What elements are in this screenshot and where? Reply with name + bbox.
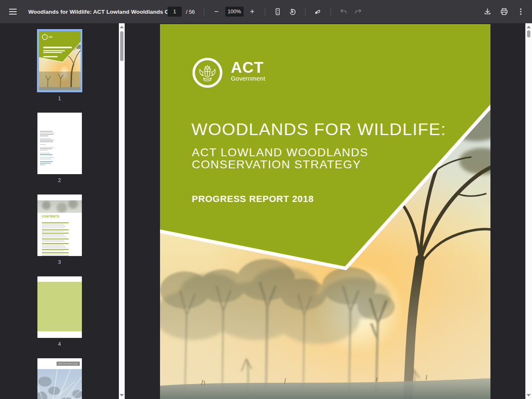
- background-page-photo: [37, 369, 82, 399]
- page-label: 3: [58, 259, 61, 265]
- thumbnail-item-4: 4: [37, 276, 82, 347]
- thumbnail-item-1: ACT 1: [37, 29, 82, 101]
- annotate-pen-icon[interactable]: [312, 5, 324, 18]
- thumbnail-page-1[interactable]: ACT: [37, 29, 82, 92]
- download-icon[interactable]: [481, 5, 494, 18]
- more-menu-icon[interactable]: [515, 5, 527, 18]
- sidebar-scrollbar[interactable]: [119, 23, 125, 399]
- text-lines: [40, 131, 57, 166]
- main-scrollbar[interactable]: [525, 23, 532, 399]
- cover-subtitle: ACT LOWLAND WOODLANDS CONSERVATION STRAT…: [192, 146, 369, 170]
- scroll-up-icon[interactable]: [120, 26, 124, 28]
- act-crest-icon: [192, 57, 223, 88]
- scroll-up-icon[interactable]: [527, 26, 531, 28]
- scroll-down-icon[interactable]: [527, 394, 531, 397]
- logo-subtext: Government: [231, 75, 266, 82]
- divider: [305, 7, 305, 16]
- pdf-toolbar: Woodlands for Wildlife: ACT Lowland Wool…: [0, 0, 532, 23]
- contents-banner-photo: [37, 200, 82, 213]
- scroll-down-icon[interactable]: [120, 394, 124, 397]
- thumbnail-item-5: BACKGROUND: [37, 358, 82, 399]
- divider: [265, 7, 265, 16]
- cover-page: ACT Government WOODLANDS FOR WILDLIFE: A…: [160, 24, 490, 399]
- cover-title: WOODLANDS FOR WILDLIFE:: [192, 120, 446, 139]
- page-total: / 56: [186, 9, 195, 15]
- divider: [330, 7, 331, 16]
- thumbnail-item-3: CONTENTS 3: [37, 195, 82, 265]
- thumbnail-item-2: 2: [37, 113, 82, 183]
- act-government-logo: ACT Government: [192, 57, 266, 88]
- fit-to-page-icon[interactable]: [271, 5, 284, 18]
- document-viewer: ACT Government WOODLANDS FOR WILDLIFE: A…: [125, 23, 525, 399]
- zoom-level: 100%: [225, 7, 244, 17]
- cover-thumbnail-art: ACT: [39, 31, 81, 90]
- thumbnail-page-5[interactable]: BACKGROUND: [37, 358, 82, 399]
- menu-icon[interactable]: [7, 5, 19, 18]
- redo-icon[interactable]: [352, 5, 365, 18]
- background-tag: BACKGROUND: [57, 362, 79, 366]
- zoom-in-icon[interactable]: +: [246, 5, 259, 18]
- cover-report-line: PROGRESS REPORT 2018: [192, 194, 314, 204]
- thumbnail-page-4[interactable]: [37, 276, 82, 338]
- thumbnail-page-3[interactable]: CONTENTS: [37, 195, 82, 256]
- page-number-input[interactable]: [167, 7, 182, 17]
- main-scrollbar-thumb[interactable]: [527, 30, 530, 37]
- undo-icon[interactable]: [337, 5, 350, 18]
- contents-list-lines: [42, 221, 69, 256]
- contents-heading: CONTENTS: [42, 215, 59, 218]
- print-icon[interactable]: [498, 5, 510, 18]
- svg-text:ACT: ACT: [49, 36, 53, 38]
- page-label: 4: [58, 341, 61, 347]
- page-label: 1: [58, 96, 61, 101]
- rotate-icon[interactable]: [286, 5, 299, 18]
- page-label: 2: [58, 177, 61, 183]
- thumbnail-sidebar: ACT 1 2: [0, 23, 119, 399]
- sidebar-scrollbar-thumb[interactable]: [120, 31, 123, 61]
- thumbnail-page-2[interactable]: [37, 113, 82, 174]
- divider: [204, 7, 204, 16]
- zoom-out-icon[interactable]: −: [210, 5, 223, 18]
- green-divider-page: [37, 282, 82, 331]
- document-title: Woodlands for Wildlife: ACT Lowland Wool…: [28, 9, 180, 15]
- logo-acronym: ACT: [231, 59, 266, 76]
